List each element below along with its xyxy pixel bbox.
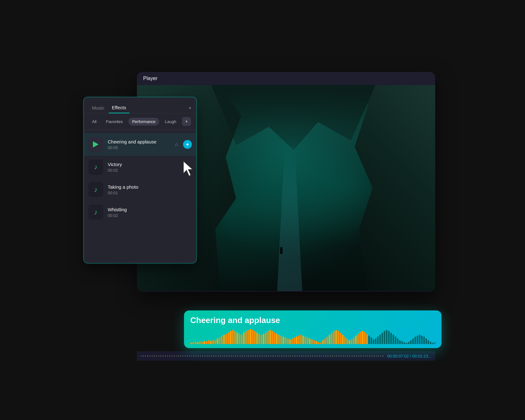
sound-item-cheering[interactable]: Cheering and applause 00:05 ☆ + [84, 133, 196, 156]
sound-duration-cheering: 00:05 [108, 145, 172, 150]
waveform-bar [289, 339, 291, 344]
waveform-bar [272, 331, 273, 344]
waveform-bar [199, 341, 201, 344]
waveform-bar [342, 335, 344, 344]
waveform-bar [245, 331, 247, 344]
waveform-bar [399, 340, 401, 344]
waveform-bar [417, 336, 418, 344]
waveform-bar [263, 334, 264, 344]
sound-icon-box-cheering [88, 137, 103, 152]
waveform-bar [261, 335, 262, 344]
waveform-bar [252, 330, 253, 344]
waveform-bar [340, 333, 341, 344]
waveform-bar [395, 337, 396, 344]
waveform-bar [397, 338, 398, 344]
waveform-bar [225, 334, 227, 344]
waveform-bar [232, 330, 234, 344]
sound-name-cheering: Cheering and applause [108, 139, 172, 144]
waveform-bar [258, 334, 260, 344]
waveform-bar [278, 335, 280, 344]
waveform-bar [294, 337, 295, 344]
waveform-bar [329, 335, 330, 344]
sound-name-photo: Taking a photo [108, 184, 192, 190]
waveform-bar [368, 336, 370, 344]
waveform-bar [379, 335, 381, 344]
waveform-bar [219, 337, 220, 344]
filter-all[interactable]: All [88, 118, 100, 126]
effects-tabs: Music Effects « [84, 97, 196, 113]
filter-favorites[interactable]: Favorites [102, 118, 126, 126]
waveform-bar [373, 339, 374, 344]
sound-name-victory: Victory [108, 162, 192, 167]
waveform-bar [390, 333, 392, 344]
waveform-bar [302, 336, 304, 344]
waveform-bar [217, 338, 218, 344]
waveform-bar [228, 332, 229, 344]
waveform-bar [267, 331, 269, 344]
waveform-bar [239, 334, 240, 344]
waveform-bar [432, 343, 434, 344]
sound-icon-box-whistling: ♪ [88, 205, 103, 220]
waveform-bar [423, 337, 425, 344]
waveform-bar [276, 334, 278, 344]
sound-name-whistling: Whistling [108, 207, 192, 212]
tab-music[interactable]: Music [89, 103, 107, 113]
timeline-time: 00:00:07:02 / 00:01:23... [387, 354, 431, 358]
waveform-bar [408, 342, 409, 344]
waveform-bar [388, 331, 390, 344]
waveform-bar [192, 342, 194, 344]
sound-info-victory: Victory 00:02 [108, 162, 192, 173]
waveform-bar [311, 339, 313, 344]
sound-icon-box-photo: ♪ [88, 182, 103, 197]
waveform-bar [338, 331, 339, 344]
waveform-bar [434, 342, 435, 344]
waveform-bar [357, 334, 359, 344]
waveform-bar [349, 340, 350, 344]
waveform-container [190, 328, 435, 344]
music-note-photo: ♪ [94, 186, 98, 194]
waveform-bar [382, 333, 383, 344]
waveform-bar [410, 340, 412, 344]
sound-item-victory[interactable]: ♪ Victory 00:02 [84, 156, 196, 178]
sound-duration-victory: 00:02 [108, 168, 192, 173]
waveform-bar [322, 340, 324, 344]
waveform-bar [360, 332, 361, 344]
waveform-bar [351, 339, 352, 344]
collapse-button[interactable]: « [189, 105, 191, 110]
waveform-bar [280, 336, 282, 344]
add-button-cheering[interactable]: + [183, 140, 192, 149]
waveform-bar [327, 337, 328, 344]
waveform-bar [210, 341, 212, 344]
effects-panel: Music Effects « All Favorites Performanc… [84, 97, 197, 263]
star-button-cheering[interactable]: ☆ [172, 140, 181, 148]
waveform-bar [353, 337, 355, 344]
waveform-bar [190, 343, 192, 344]
sound-actions-cheering: ☆ + [172, 140, 192, 149]
waveform-bar [208, 340, 209, 344]
waveform-bar [307, 337, 308, 344]
sound-duration-photo: 00:01 [108, 191, 192, 195]
waveform-bar [346, 338, 348, 344]
sound-item-whistling[interactable]: ♪ Whistling 00:02 [84, 201, 196, 223]
sound-item-photo[interactable]: ♪ Taking a photo 00:01 [84, 178, 196, 201]
waveform-bar [320, 343, 322, 344]
waveform-bar [221, 336, 223, 344]
waveform-bar [366, 334, 368, 344]
filter-performance[interactable]: Performance [128, 118, 159, 126]
cave-light-beam [277, 147, 302, 291]
waveform-bar [287, 338, 289, 344]
waveform-bar [377, 337, 379, 344]
waveform-bar [195, 342, 196, 344]
filter-dropdown-button[interactable]: ▾ [182, 117, 191, 126]
audio-card-title: Cheering and applause [190, 315, 435, 325]
waveform-bar [371, 337, 372, 344]
music-note-whistling: ♪ [94, 208, 98, 216]
waveform-bar [203, 341, 205, 344]
timeline-strip: 00:00:07:02 / 00:01:23... [137, 351, 435, 361]
waveform-bar [313, 340, 315, 344]
filter-laugh[interactable]: Laugh [161, 118, 180, 126]
waveform-bar [335, 330, 337, 344]
waveform-bar [212, 340, 214, 344]
waveform-bar [298, 336, 300, 344]
tab-effects[interactable]: Effects [109, 102, 129, 113]
